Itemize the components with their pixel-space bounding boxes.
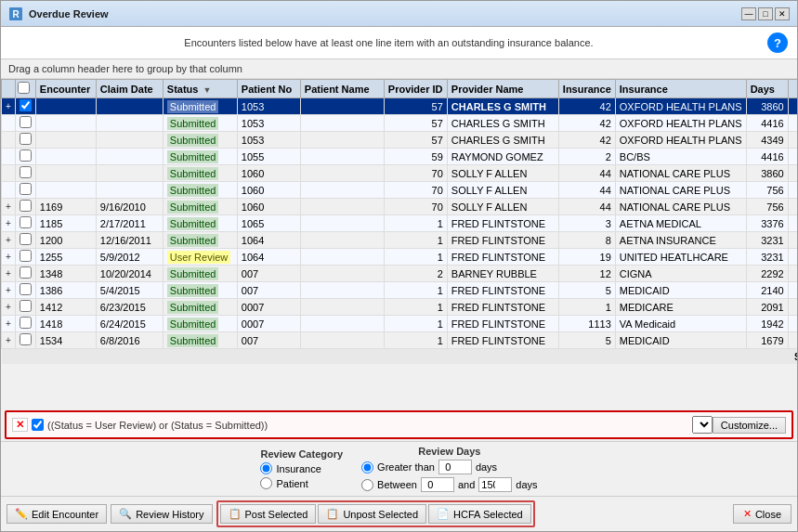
row-checkbox[interactable] xyxy=(20,266,32,279)
edit-encounter-button[interactable]: ✏️ Edit Encounter xyxy=(7,504,107,524)
row-checkbox[interactable] xyxy=(20,133,32,145)
expand-cell[interactable]: + xyxy=(2,98,16,115)
filter-enabled-checkbox[interactable] xyxy=(32,419,44,431)
check-cell[interactable] xyxy=(15,98,35,115)
check-cell[interactable] xyxy=(15,215,35,232)
th-encounter[interactable]: Encounter xyxy=(35,80,96,98)
info-icon[interactable]: ? xyxy=(767,32,788,53)
check-cell[interactable] xyxy=(15,266,35,282)
expand-cell[interactable]: + xyxy=(2,249,16,266)
row-checkbox[interactable] xyxy=(20,200,32,212)
th-claim-date[interactable]: Claim Date xyxy=(96,80,163,98)
expand-cell[interactable]: + xyxy=(2,232,16,249)
check-cell[interactable] xyxy=(15,249,35,266)
table-row[interactable]: Submitted105357CHARLES G SMITH42OXFORD H… xyxy=(2,115,798,132)
check-cell[interactable] xyxy=(15,149,35,165)
table-row[interactable]: +11852/17/2011Submitted10651FRED FLINTST… xyxy=(2,215,798,232)
select-all-checkbox[interactable] xyxy=(18,82,30,94)
between-radio[interactable] xyxy=(361,479,373,491)
post-selected-button[interactable]: 📋 Post Selected xyxy=(220,504,317,524)
th-balance[interactable]: Balance xyxy=(788,80,797,98)
expand-cell[interactable]: + xyxy=(2,199,16,215)
table-row[interactable]: +12555/9/2012User Review10641FRED FLINTS… xyxy=(2,249,798,266)
table-row[interactable]: Submitted105357CHARLES G SMITH42OXFORD H… xyxy=(2,132,798,149)
minimize-button[interactable]: — xyxy=(741,7,756,20)
patient-radio[interactable] xyxy=(260,477,272,489)
row-checkbox[interactable] xyxy=(20,233,32,245)
table-scroll[interactable]: Encounter Claim Date Status ▼ Patient No… xyxy=(1,79,797,409)
between-to-input[interactable] xyxy=(478,477,512,492)
row-checkbox[interactable] xyxy=(20,183,32,195)
th-insurance-name[interactable]: Insurance xyxy=(615,80,746,98)
window-close-button[interactable]: ✕ xyxy=(775,7,790,20)
insurance-radio[interactable] xyxy=(260,462,272,474)
row-checkbox[interactable] xyxy=(20,216,32,228)
row-checkbox[interactable] xyxy=(20,283,32,295)
th-status[interactable]: Status ▼ xyxy=(163,80,237,98)
row-checkbox[interactable] xyxy=(20,99,32,111)
unpost-selected-button[interactable]: 📋 Unpost Selected xyxy=(318,504,426,524)
filter-clear-button[interactable]: ✕ xyxy=(12,418,28,432)
expand-cell[interactable]: + xyxy=(2,299,16,316)
expand-cell[interactable]: + xyxy=(2,282,16,299)
table-row[interactable]: +14186/24/2015Submitted00071FRED FLINTST… xyxy=(2,316,798,332)
expand-cell[interactable]: + xyxy=(2,266,16,282)
th-patient-name[interactable]: Patient Name xyxy=(300,80,384,98)
table-row[interactable]: +15346/8/2016Submitted0071FRED FLINTSTON… xyxy=(2,332,798,349)
th-patient-no[interactable]: Patient No xyxy=(237,80,300,98)
patient-no-cell: 007 xyxy=(237,266,300,282)
table-row[interactable]: +134810/20/2014Submitted0072BARNEY RUBBL… xyxy=(2,266,798,282)
filter-dropdown[interactable] xyxy=(692,416,713,434)
expand-cell[interactable] xyxy=(2,115,16,132)
check-cell[interactable] xyxy=(15,115,35,132)
close-button[interactable]: ✕ Close xyxy=(733,504,791,524)
hcfa-selected-button[interactable]: 📄 HCFA Selected xyxy=(428,504,531,524)
expand-cell[interactable]: + xyxy=(2,332,16,349)
row-checkbox[interactable] xyxy=(20,149,32,162)
check-cell[interactable] xyxy=(15,299,35,316)
table-row[interactable]: +14126/23/2015Submitted00071FRED FLINTST… xyxy=(2,299,798,316)
table-row[interactable]: +Submitted105357CHARLES G SMITH42OXFORD … xyxy=(2,98,798,115)
expand-cell[interactable]: + xyxy=(2,215,16,232)
table-row[interactable]: +13865/4/2015Submitted0071FRED FLINTSTON… xyxy=(2,282,798,299)
expand-cell[interactable] xyxy=(2,149,16,165)
check-cell[interactable] xyxy=(15,132,35,149)
row-checkbox[interactable] xyxy=(20,300,32,312)
check-cell[interactable] xyxy=(15,316,35,332)
expand-cell[interactable]: + xyxy=(2,316,16,332)
row-checkbox[interactable] xyxy=(20,116,32,128)
table-row[interactable]: Submitted106070SOLLY F ALLEN44NATIONAL C… xyxy=(2,165,798,182)
row-checkbox[interactable] xyxy=(20,166,32,178)
check-cell[interactable] xyxy=(15,232,35,249)
insurance-radio-row: Insurance xyxy=(260,462,343,474)
expand-cell[interactable] xyxy=(2,165,16,182)
th-days[interactable]: Days xyxy=(746,80,788,98)
th-insurance-id[interactable]: Insurance xyxy=(558,80,615,98)
table-row[interactable]: +120012/16/2011Submitted10641FRED FLINTS… xyxy=(2,232,798,249)
table-row[interactable]: +11699/16/2010Submitted106070SOLLY F ALL… xyxy=(2,199,798,215)
row-checkbox[interactable] xyxy=(20,317,32,329)
svg-text:R: R xyxy=(12,9,20,19)
check-cell[interactable] xyxy=(15,165,35,182)
check-cell[interactable] xyxy=(15,199,35,215)
check-cell[interactable] xyxy=(15,282,35,299)
table-row[interactable]: Submitted106070SOLLY F ALLEN44NATIONAL C… xyxy=(2,182,798,199)
greater-than-radio[interactable] xyxy=(361,461,373,474)
row-checkbox[interactable] xyxy=(20,333,32,345)
check-cell[interactable] xyxy=(15,182,35,199)
expand-cell[interactable] xyxy=(2,132,16,149)
check-cell[interactable] xyxy=(15,332,35,349)
greater-than-input[interactable] xyxy=(438,460,472,474)
status-filter-icon[interactable]: ▼ xyxy=(203,85,212,95)
between-from-input[interactable] xyxy=(421,477,454,492)
th-provider-id[interactable]: Provider ID xyxy=(384,80,447,98)
th-checkbox[interactable] xyxy=(15,80,35,98)
maximize-button[interactable]: □ xyxy=(758,7,773,20)
status-cell: Submitted xyxy=(163,182,237,199)
customize-button[interactable]: Customize... xyxy=(713,417,786,434)
th-provider-name[interactable]: Provider Name xyxy=(447,80,558,98)
review-history-button[interactable]: 🔍 Review History xyxy=(111,504,212,524)
table-row[interactable]: Submitted105559RAYMOND GOMEZ2BC/BS44163,… xyxy=(2,149,798,165)
row-checkbox[interactable] xyxy=(20,250,32,262)
expand-cell[interactable] xyxy=(2,182,16,199)
